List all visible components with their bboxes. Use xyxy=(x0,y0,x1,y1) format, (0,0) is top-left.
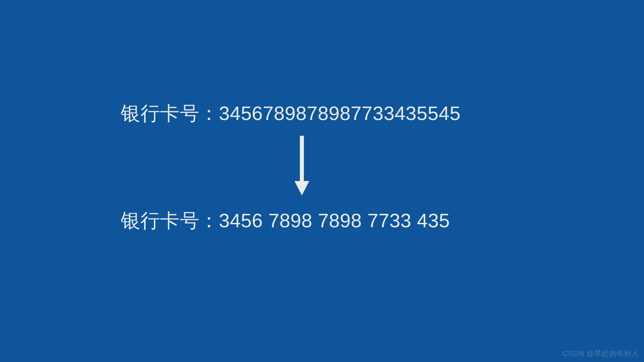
arrow-down-icon xyxy=(292,136,312,196)
card-number-formatted: 银行卡号：3456 7898 7898 7733 435 xyxy=(121,208,450,234)
diagram-canvas: 银行卡号：345678987898773343554​5 银行卡号：3456 7… xyxy=(0,0,644,362)
watermark-text: CSDN @早起的年轻人 xyxy=(562,349,639,359)
card-number-original: 银行卡号：345678987898773343554​5 xyxy=(121,101,461,127)
svg-marker-1 xyxy=(294,181,309,195)
